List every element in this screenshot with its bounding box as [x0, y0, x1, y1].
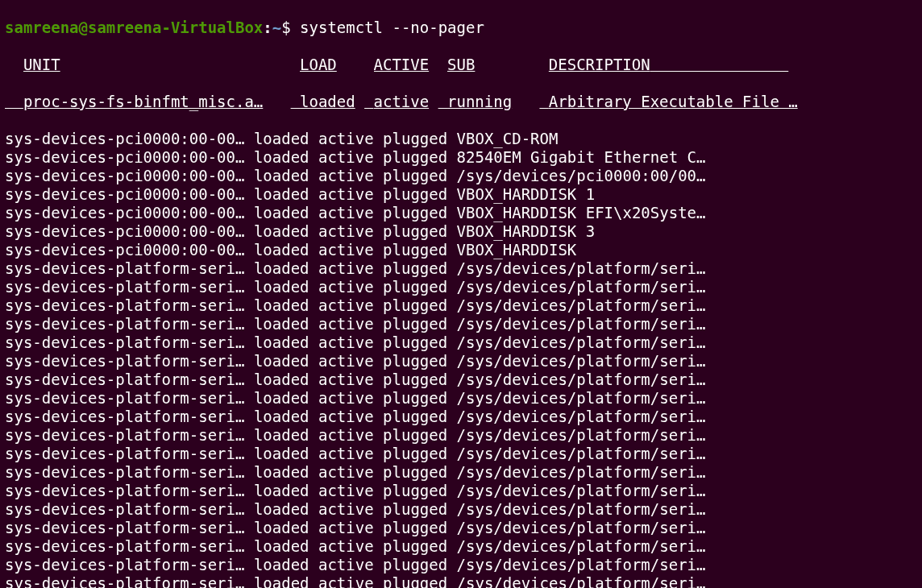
cell-sub: plugged	[383, 352, 447, 370]
table-row-highlight: proc-sys-fs-binfmt_misc.a… loaded active…	[5, 93, 917, 111]
cell-load: loaded	[254, 130, 309, 147]
cell-sub: plugged	[383, 574, 447, 588]
cell-load: loaded	[254, 315, 309, 333]
cell-load: loaded	[254, 278, 309, 296]
table-row: sys-devices-platform-seri… loaded active…	[5, 500, 917, 519]
cell-load: loaded	[254, 537, 309, 555]
cell-load: loaded	[254, 389, 309, 407]
cell-sub: plugged	[383, 130, 447, 147]
cell-unit: sys-devices-platform-seri…	[5, 371, 244, 388]
cell-unit: sys-devices-pci0000:00-00…	[5, 185, 244, 203]
cell-sub: plugged	[383, 371, 447, 388]
prompt-line: samreena@samreena-VirtualBox:~$ systemct…	[5, 19, 917, 37]
cell-active: active	[318, 500, 374, 518]
cell-unit: sys-devices-platform-seri…	[5, 463, 244, 481]
cell-active: active	[374, 93, 438, 111]
table-row: sys-devices-pci0000:00-00… loaded active…	[5, 130, 917, 148]
cell-load: loaded	[254, 204, 309, 222]
cell-desc: /sys/devices/platform/seri…	[457, 259, 706, 277]
cell-active: active	[318, 333, 374, 351]
cell-unit: sys-devices-platform-seri…	[5, 519, 244, 536]
cell-unit: proc-sys-fs-binfmt_misc.a…	[23, 93, 291, 111]
table-row: sys-devices-platform-seri… loaded active…	[5, 445, 917, 463]
table-row: sys-devices-pci0000:00-00… loaded active…	[5, 185, 917, 204]
cell-desc: /sys/devices/platform/seri…	[457, 556, 706, 574]
cell-sub: plugged	[383, 537, 447, 555]
cell-unit: sys-devices-pci0000:00-00…	[5, 222, 244, 240]
table-row: sys-devices-pci0000:00-00… loaded active…	[5, 148, 917, 167]
cell-desc: /sys/devices/platform/seri…	[457, 352, 706, 370]
cell-load: loaded	[254, 408, 309, 425]
cell-load: loaded	[254, 259, 309, 277]
cell-active: active	[318, 519, 374, 536]
cell-unit: sys-devices-platform-seri…	[5, 278, 244, 296]
cell-desc: VBOX_HARDDISK 1	[457, 185, 596, 203]
cell-sub: plugged	[383, 278, 447, 296]
cell-sub: plugged	[383, 556, 447, 574]
cell-desc: /sys/devices/pci0000:00/00…	[457, 167, 706, 184]
cell-active: active	[318, 352, 374, 370]
col-load: LOAD	[300, 56, 364, 74]
cell-unit: sys-devices-platform-seri…	[5, 426, 244, 444]
cell-active: active	[318, 482, 374, 499]
table-row: sys-devices-platform-seri… loaded active…	[5, 371, 917, 389]
cell-desc: /sys/devices/platform/seri…	[457, 537, 706, 555]
table-row: sys-devices-platform-seri… loaded active…	[5, 389, 917, 408]
cell-desc: /sys/devices/platform/seri…	[457, 389, 706, 407]
cell-unit: sys-devices-platform-seri…	[5, 296, 244, 314]
cell-desc: /sys/devices/platform/seri…	[457, 500, 706, 518]
cell-load: loaded	[254, 167, 309, 184]
cell-load: loaded	[254, 222, 309, 240]
cell-unit: sys-devices-platform-seri…	[5, 445, 244, 462]
cell-sub: plugged	[383, 519, 447, 536]
table-row: sys-devices-platform-seri… loaded active…	[5, 519, 917, 537]
cell-desc: /sys/devices/platform/seri…	[457, 278, 706, 296]
cell-active: active	[318, 241, 374, 259]
cell-desc: /sys/devices/platform/seri…	[457, 574, 706, 588]
cell-active: active	[318, 167, 374, 184]
cell-load: loaded	[254, 296, 309, 314]
cell-active: active	[318, 296, 374, 314]
cell-unit: sys-devices-platform-seri…	[5, 315, 244, 333]
cell-active: active	[318, 278, 374, 296]
terminal-window[interactable]: samreena@samreena-VirtualBox:~$ systemct…	[0, 0, 922, 588]
cell-active: active	[318, 185, 374, 203]
cell-unit: sys-devices-platform-seri…	[5, 333, 244, 351]
cell-active: active	[318, 463, 374, 481]
cell-desc: /sys/devices/platform/seri…	[457, 463, 706, 481]
table-row: sys-devices-platform-seri… loaded active…	[5, 537, 917, 556]
cell-load: loaded	[254, 519, 309, 536]
cell-unit: sys-devices-pci0000:00-00…	[5, 167, 244, 184]
cell-load: loaded	[254, 445, 309, 462]
col-unit: UNIT	[23, 56, 291, 74]
cell-desc: VBOX_HARDDISK 3	[457, 222, 596, 240]
cell-load: loaded	[254, 500, 309, 518]
table-row: sys-devices-platform-seri… loaded active…	[5, 574, 917, 588]
cell-unit: sys-devices-pci0000:00-00…	[5, 241, 244, 259]
cell-load: loaded	[254, 241, 309, 259]
prompt-colon: :	[263, 19, 272, 36]
cell-desc: /sys/devices/platform/seri…	[457, 315, 706, 333]
cell-desc: VBOX_HARDDISK EFI\x20Syste…	[457, 204, 706, 222]
cell-active: active	[318, 556, 374, 574]
cell-active: active	[318, 389, 374, 407]
cell-load: loaded	[300, 93, 364, 111]
cell-sub: plugged	[383, 445, 447, 462]
prompt-user: samreena@samreena-VirtualBox	[5, 19, 263, 36]
cell-unit: sys-devices-pci0000:00-00…	[5, 148, 244, 166]
cell-active: active	[318, 574, 374, 588]
cell-desc: /sys/devices/platform/seri…	[457, 445, 706, 462]
cell-sub: plugged	[383, 204, 447, 222]
prompt-path: ~	[272, 19, 281, 36]
cell-unit: sys-devices-pci0000:00-00…	[5, 204, 244, 222]
table-row: sys-devices-pci0000:00-00… loaded active…	[5, 204, 917, 222]
command-text: systemctl --no-pager	[300, 19, 484, 36]
table-row: sys-devices-platform-seri… loaded active…	[5, 463, 917, 482]
col-sub: SUB	[447, 56, 539, 74]
cell-active: active	[318, 445, 374, 462]
col-desc: DESCRIPTION	[549, 56, 650, 74]
cell-desc: /sys/devices/platform/seri…	[457, 519, 706, 536]
cell-active: active	[318, 537, 374, 555]
table-row: sys-devices-platform-seri… loaded active…	[5, 259, 917, 278]
cell-active: active	[318, 204, 374, 222]
